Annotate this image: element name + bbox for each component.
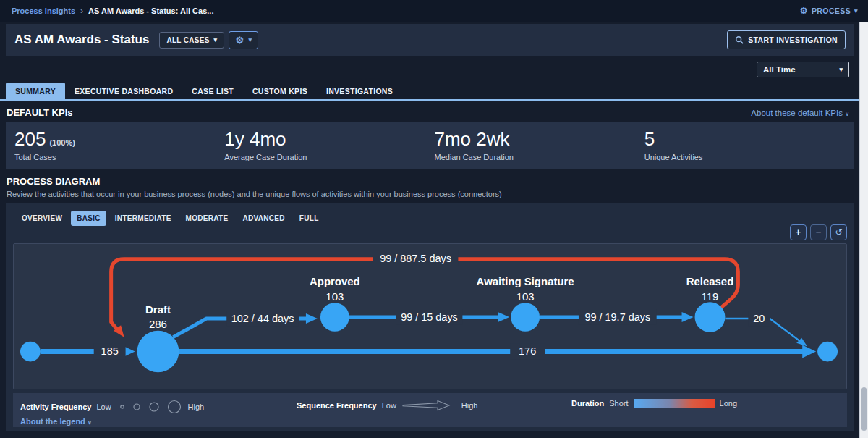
node-awaiting-signature[interactable] [511, 303, 540, 332]
gear-icon: ⚙ [800, 6, 808, 16]
edge-label-start-draft[interactable]: 185 [101, 345, 119, 357]
about-legend-label: About the legend [20, 417, 85, 426]
process-menu-button[interactable]: ⚙ PROCESS ▾ [800, 6, 858, 16]
kpi-value: 7mo 2wk [435, 128, 510, 150]
legend-activity-frequency: Activity Frequency Low High [20, 399, 204, 415]
breadcrumb-current: AS AM Awards - Status: All Cas... [88, 7, 213, 15]
caret-down-icon: ▾ [839, 67, 843, 73]
tab-case-list[interactable]: CASE LIST [182, 83, 243, 99]
view-tab-basic[interactable]: BASIC [71, 211, 106, 226]
about-default-kpis-label: About these default KPIs [751, 109, 843, 117]
duration-label: Duration [571, 399, 604, 408]
header-panel: AS AM Awards - Status ALL CASES ▾ ⚙ ▾ ST… [6, 24, 854, 56]
tab-investigations[interactable]: INVESTIGATIONS [317, 83, 402, 99]
node-label-approved: Approved [310, 276, 360, 287]
node-label-draft: Draft [145, 304, 171, 316]
kpi-suffix: (100%) [49, 138, 75, 147]
plus-icon: + [796, 227, 801, 237]
content-area: AS AM Awards - Status ALL CASES ▾ ⚙ ▾ ST… [0, 22, 859, 438]
about-legend-link[interactable]: About the legend ∨ [20, 417, 92, 426]
node-count-released: 119 [702, 291, 719, 303]
breadcrumb-separator-icon: › [80, 6, 83, 16]
start-investigation-button[interactable]: START INVESTIGATION [727, 30, 846, 49]
kpi-band: 205(100%) Total Cases 1y 4mo Average Cas… [6, 122, 854, 169]
low-label: Low [96, 403, 111, 411]
kpi-label: Total Cases [14, 153, 224, 161]
about-legend-row: About the legend ∨ [20, 414, 92, 427]
zoom-out-button[interactable]: − [810, 224, 827, 240]
filter-row: All Time ▾ [0, 56, 859, 77]
process-diagram-title: PROCESS DIAGRAM [7, 176, 853, 187]
short-label: Short [609, 399, 628, 408]
node-count-awaiting-signature: 103 [516, 291, 535, 303]
edge-label-approved-awaiting[interactable]: 99 / 15 days [401, 311, 458, 323]
kpi-total-cases: 205(100%) Total Cases [14, 129, 224, 161]
zoom-reset-button[interactable]: ↺ [830, 224, 847, 240]
high-label: High [188, 403, 205, 411]
high-label: High [461, 401, 478, 410]
legend-sequence-frequency: Sequence Frequency Low High [297, 399, 477, 412]
diagram-canvas[interactable]: 185 102 / 44 days 99 / 15 days 99 / 19.7… [13, 243, 847, 389]
view-tab-moderate[interactable]: MODERATE [180, 211, 234, 226]
vertical-scrollbar[interactable] [859, 22, 868, 438]
node-approved[interactable] [320, 303, 349, 332]
kpi-section-title: DEFAULT KPIs [7, 107, 73, 118]
node-count-approved: 103 [326, 291, 344, 303]
settings-dropdown-button[interactable]: ⚙ ▾ [229, 31, 258, 49]
tab-summary[interactable]: SUMMARY [6, 83, 65, 99]
activity-frequency-label: Activity Frequency [20, 403, 91, 411]
diagram-legend: Activity Frequency Low High Sequence Fre… [13, 393, 847, 427]
zoom-in-button[interactable]: + [790, 224, 807, 240]
caret-down-icon: ▾ [248, 37, 252, 43]
node-count-draft: 286 [149, 319, 167, 330]
view-tab-advanced[interactable]: ADVANCED [237, 211, 291, 226]
process-flow-svg: 185 102 / 44 days 99 / 15 days 99 / 19.7… [14, 244, 846, 389]
kpi-unique-activities: 5 Unique Activities [644, 129, 854, 161]
node-end[interactable] [817, 342, 838, 362]
kpi-average-case-duration: 1y 4mo Average Case Duration [224, 129, 434, 161]
time-range-select[interactable]: All Time ▾ [757, 62, 849, 77]
edge-label-awaiting-released[interactable]: 99 / 19.7 days [584, 311, 650, 323]
search-icon [735, 35, 744, 44]
view-tab-full[interactable]: FULL [294, 211, 325, 226]
tab-custom-kpis[interactable]: CUSTOM KPIS [243, 83, 317, 99]
page-bottom-spacer [0, 431, 859, 438]
zoom-controls: + − ↺ [13, 224, 847, 240]
activity-frequency-scale-icon [116, 399, 183, 415]
legend-duration: Duration Short Long [571, 399, 737, 408]
view-tab-overview[interactable]: OVERVIEW [16, 211, 68, 226]
chevron-down-icon: ∨ [845, 111, 849, 117]
edge-label-released-draft[interactable]: 99 / 887.5 days [380, 253, 451, 264]
about-default-kpis-link[interactable]: About these default KPIs ∨ [751, 109, 849, 117]
process-menu-label: PROCESS [812, 7, 851, 15]
long-label: Long [720, 399, 737, 408]
node-released[interactable] [695, 302, 726, 332]
gear-icon: ⚙ [235, 35, 244, 46]
process-diagram-header: PROCESS DIAGRAM Review the activities th… [0, 169, 859, 198]
scrollbar-thumb[interactable] [861, 387, 867, 431]
sequence-frequency-scale-icon [401, 399, 456, 412]
kpi-median-case-duration: 7mo 2wk Median Case Duration [435, 129, 644, 161]
diagram-view-tab-bar: OVERVIEW BASIC INTERMEDIATE MODERATE ADV… [13, 211, 847, 226]
process-diagram-subtitle: Review the activities that occur in your… [7, 190, 853, 198]
breadcrumb: Process Insights › AS AM Awards - Status… [12, 6, 213, 16]
view-tab-intermediate[interactable]: INTERMEDIATE [109, 211, 177, 226]
main-tab-bar: SUMMARY EXECUTIVE DASHBOARD CASE LIST CU… [0, 83, 859, 101]
caret-down-icon: ▾ [214, 37, 218, 43]
arrowhead-icon [306, 313, 318, 324]
edge-label-released-end[interactable]: 20 [753, 313, 765, 324]
edge-label-draft-end[interactable]: 176 [519, 345, 536, 357]
sequence-frequency-label: Sequence Frequency [297, 401, 377, 410]
node-start[interactable] [20, 342, 41, 362]
edge-label-draft-approved[interactable]: 102 / 44 days [231, 313, 294, 324]
breadcrumb-root-link[interactable]: Process Insights [12, 7, 75, 15]
start-investigation-label: START INVESTIGATION [748, 35, 838, 44]
all-cases-dropdown-button[interactable]: ALL CASES ▾ [159, 32, 224, 49]
kpi-label: Average Case Duration [224, 153, 434, 161]
minus-icon: − [816, 227, 822, 237]
kpi-label: Median Case Duration [435, 153, 644, 161]
top-bar: Process Insights › AS AM Awards - Status… [0, 0, 868, 22]
low-label: Low [382, 401, 396, 410]
tab-executive-dashboard[interactable]: EXECUTIVE DASHBOARD [65, 83, 182, 99]
node-draft[interactable] [137, 331, 179, 372]
